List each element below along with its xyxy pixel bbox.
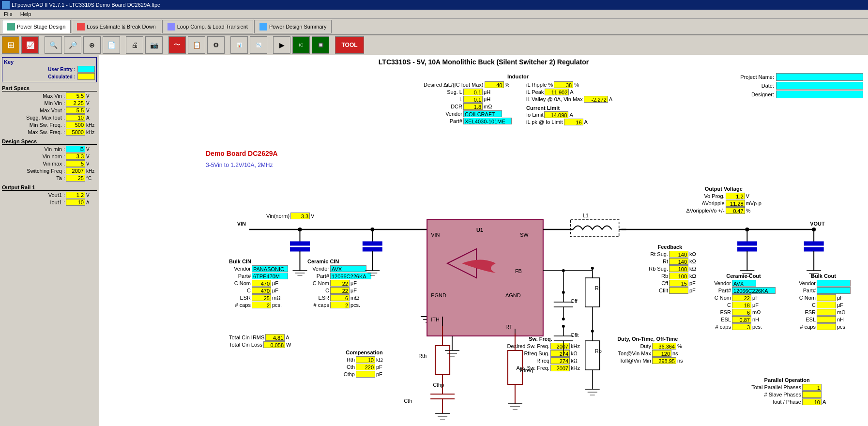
chart-icon-btn[interactable]: 📈 xyxy=(21,36,39,54)
ceramic-cout-title: Ceramic Cout xyxy=(712,273,776,279)
tab-loop-comp[interactable]: Loop Comp. & Load Transient xyxy=(162,20,253,33)
zoom-fit-btn[interactable]: ⊕ xyxy=(83,36,101,54)
cer-esr-value[interactable]: 6 xyxy=(330,294,350,301)
bulk-c-unit: μF xyxy=(272,288,278,293)
ind-desired-value[interactable]: 40 xyxy=(485,81,504,88)
bcout-caps-value[interactable] xyxy=(817,323,836,330)
zoom-out-btn[interactable]: 🔎 xyxy=(64,36,81,54)
ind-desired-label: Desired ΔiL/(IC Iout Max) xyxy=(424,82,484,88)
menu-help[interactable]: Help xyxy=(18,11,33,17)
menu-bar: File Help xyxy=(0,10,868,19)
vin-min-unit: V xyxy=(86,147,97,152)
vout1-value[interactable]: 1.2 xyxy=(66,192,85,198)
bcout-esr-value[interactable] xyxy=(817,309,836,316)
bcout-part-value[interactable] xyxy=(817,287,851,294)
max-vin-row: Max Vin : 5.5 V xyxy=(2,92,97,99)
export-btn[interactable]: 📋 xyxy=(188,36,205,54)
bulk-caps-value[interactable]: 2 xyxy=(252,302,271,308)
ind-dcr-value[interactable]: 1.8 xyxy=(463,103,483,110)
cth-value[interactable]: 220 xyxy=(356,364,375,370)
toff-unit: ns xyxy=(677,358,683,364)
cer-c-value[interactable]: 22 xyxy=(330,287,350,294)
rt-value[interactable]: 140 xyxy=(669,258,688,265)
waveform-btn[interactable]: 〜 xyxy=(168,36,186,54)
ind-vendor-value[interactable]: COILCRAFT xyxy=(463,110,502,117)
desired-sw-value[interactable]: 2007 xyxy=(550,343,570,350)
vin-min-value[interactable]: B xyxy=(66,146,85,152)
bcout-esl-value[interactable] xyxy=(817,316,836,323)
page-setup-btn[interactable]: 📄 xyxy=(103,36,120,54)
cthp-label: Cthp xyxy=(340,371,355,377)
vin-norm-value[interactable]: 3.3 xyxy=(290,213,310,219)
desired-sw-unit: kHz xyxy=(571,343,580,349)
ind-l-value[interactable]: 0.1 xyxy=(463,96,483,103)
cff-value[interactable]: 15 xyxy=(669,280,688,287)
rfreq-value[interactable]: 274 xyxy=(550,357,570,364)
sw-freq-value[interactable]: 2007 xyxy=(66,167,85,174)
ccer-esr-value[interactable]: 6 xyxy=(732,309,751,316)
cfilt-value[interactable] xyxy=(669,287,688,294)
settings-btn[interactable]: ⚙ xyxy=(207,36,225,54)
bulk-vendor-value[interactable]: PANASONIC xyxy=(252,265,288,272)
rfreq-row: Rfreq 274 kΩ xyxy=(501,357,580,364)
iout1-value[interactable]: 10 xyxy=(66,199,85,206)
cin-loss-value: 0.058 xyxy=(263,341,285,348)
il-pk-limit-row: iL pk @ Io Limit 16 A xyxy=(526,119,612,125)
tab-loss-estimate[interactable]: Loss Estimate & Break Down xyxy=(72,20,161,33)
ccer-caps-value[interactable]: 3 xyxy=(732,323,751,330)
ind-part-value[interactable]: XEL4030-101ME xyxy=(463,118,512,124)
vin-min-row: Vin min : B V xyxy=(2,146,97,152)
ic-btn[interactable]: IC xyxy=(292,36,310,54)
bode-btn[interactable]: 📊 xyxy=(230,36,248,54)
total-phases-value[interactable]: 1 xyxy=(802,384,822,391)
max-vin-value[interactable]: 5.5 xyxy=(66,92,85,99)
ton-unit: ns xyxy=(672,350,678,356)
cer-caps-value[interactable]: 2 xyxy=(330,302,350,308)
vo-prog-label: Vo Prog. xyxy=(686,193,725,199)
max-sw-freq-label: Max Sw. Freq. : xyxy=(2,129,65,135)
bcout-c-value[interactable] xyxy=(817,302,836,308)
max-sw-freq-row: Max Sw. Freq. : 5000 kHz xyxy=(2,129,97,136)
key-title: Key xyxy=(4,59,95,65)
zoom-in-btn[interactable]: 🔍 xyxy=(45,36,62,54)
bcout-cnom-value[interactable] xyxy=(817,294,836,301)
tool-btn[interactable]: TOOL xyxy=(335,36,364,54)
bulk-part-value[interactable]: 6TPE470M xyxy=(252,273,288,279)
cthp-value[interactable] xyxy=(356,371,375,378)
menu-file[interactable]: File xyxy=(2,11,15,17)
vin-nom-value[interactable]: 3.3 xyxy=(66,153,85,160)
ta-value[interactable]: 25 xyxy=(66,175,85,182)
bcout-vendor-row: Vendor xyxy=(796,280,851,287)
bulk-esr-value[interactable]: 25 xyxy=(252,294,271,301)
slave-phases-value[interactable] xyxy=(802,391,822,398)
tab-power-stage[interactable]: Power Stage Design xyxy=(2,20,71,33)
tab-power-design[interactable]: Power Design Summary xyxy=(254,20,332,33)
cer-part-value[interactable]: 12066C226KA xyxy=(330,273,371,279)
ccer-vendor-value[interactable]: AVX xyxy=(732,280,756,287)
il-ripple-unit: % xyxy=(574,82,579,88)
schematic-icon-btn[interactable]: ⊞ xyxy=(2,36,19,54)
rb-value[interactable]: 100 xyxy=(669,273,688,279)
cer-caps-unit: pcs. xyxy=(350,302,360,308)
slave-phases-row: # Slave Phases xyxy=(748,391,826,398)
vo-prog-value[interactable]: 1.2 xyxy=(726,193,745,199)
bcout-vendor-value[interactable] xyxy=(817,280,851,287)
vin-max-value[interactable]: 5 xyxy=(66,160,85,167)
il-pk-value: 16 xyxy=(564,119,583,125)
designer-field[interactable] xyxy=(776,91,863,98)
camera-btn[interactable]: 📷 xyxy=(145,36,163,54)
print-btn[interactable]: 🖨 xyxy=(126,36,143,54)
date-field[interactable] xyxy=(776,82,863,90)
ccer-part-value[interactable]: 12066C226KA xyxy=(732,287,776,294)
rth-value[interactable]: 10 xyxy=(356,356,375,363)
ccer-c-value[interactable]: 18 xyxy=(732,302,751,308)
bulk-c-value[interactable]: 470 xyxy=(252,287,271,294)
duty-unit: % xyxy=(677,343,682,349)
bars-btn[interactable]: 📉 xyxy=(250,36,267,54)
project-name-field[interactable] xyxy=(776,73,863,81)
cer-vendor-value[interactable]: AVX xyxy=(330,265,366,272)
chip-btn[interactable]: 🔲 xyxy=(312,36,329,54)
play-btn[interactable]: ▶ xyxy=(273,36,290,54)
rt-sug-row: Rt Sug. 140 kΩ xyxy=(644,251,696,258)
ind-l-row: L 0.1 μH xyxy=(424,96,512,103)
